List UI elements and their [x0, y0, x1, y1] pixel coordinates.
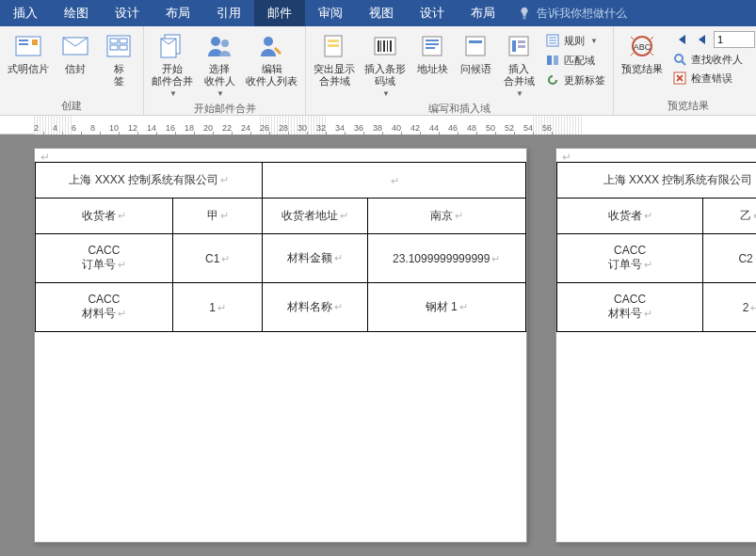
highlight-fields-button[interactable]: 突出显示 合并域: [310, 29, 359, 89]
insert-merge-field-button[interactable]: 插入 合并域▼: [498, 29, 539, 100]
rules-button[interactable]: 规则▼: [541, 31, 609, 50]
chevron-down-icon: ▼: [590, 37, 598, 45]
envelope-icon: [60, 31, 90, 61]
recipient-label-cell[interactable]: 收货者↵: [557, 199, 703, 234]
svg-rect-25: [426, 40, 439, 41]
address-value-cell[interactable]: 南京↵: [367, 199, 526, 234]
labels-label: 标 签: [114, 63, 124, 87]
start-merge-button[interactable]: 开始 邮件合并▼: [148, 29, 197, 100]
svg-rect-36: [554, 56, 558, 65]
start-merge-icon: [157, 31, 187, 61]
svg-rect-17: [328, 44, 339, 47]
material-name-label-cell[interactable]: 材料名称↵: [263, 283, 367, 332]
tab-layout[interactable]: 布局: [153, 0, 203, 26]
material-label-cell[interactable]: CACC 材料号↵: [557, 283, 703, 332]
insert-merge-field-icon: [504, 31, 534, 61]
tab-view[interactable]: 视图: [356, 0, 407, 26]
merge-table[interactable]: 上海 XXXX 控制系统有限公司↵ ↵ 收货者↵ 甲↵ 收货者地址↵ 南京↵ C…: [35, 162, 526, 332]
edit-recipients-button[interactable]: 编辑 收件人列表: [242, 29, 301, 89]
material-label-cell[interactable]: CACC 材料号↵: [36, 283, 173, 332]
svg-rect-22: [387, 40, 388, 52]
table-empty-cell[interactable]: ↵: [263, 163, 526, 199]
labels-button[interactable]: 标 签: [98, 29, 139, 89]
barcode-label: 插入条形 码域: [364, 63, 406, 87]
group-create-label: 创建: [4, 97, 139, 115]
order-label-cell[interactable]: CACC 订单号↵: [36, 234, 173, 283]
recipient-value-cell[interactable]: 乙↵: [703, 199, 756, 234]
chevron-down-icon: ▼: [516, 89, 523, 98]
preview-results-label: 预览结果: [621, 63, 663, 75]
select-recipients-button[interactable]: 选择 收件人▼: [199, 29, 240, 100]
svg-rect-31: [512, 40, 516, 52]
svg-rect-27: [426, 47, 435, 49]
tell-me-search[interactable]: 告诉我你想做什么: [508, 0, 756, 26]
select-recipients-icon: [204, 31, 234, 61]
match-fields-icon: [545, 53, 560, 68]
material-name-value-cell[interactable]: 钢材 1↵: [367, 283, 526, 332]
amount-value-cell[interactable]: 23.1099999999999↵: [367, 234, 526, 283]
postcard-icon: [13, 31, 43, 61]
ribbon: 式明信片 信封 标 签 创建 开始 邮件合并▼ 选择 收件人▼: [0, 26, 756, 116]
postcard-label: 式明信片: [8, 63, 49, 75]
tab-draw[interactable]: 绘图: [51, 0, 102, 26]
svg-rect-26: [426, 43, 439, 45]
document-page-1[interactable]: ↵ 上海 XXXX 控制系统有限公司↵ ↵ 收货者↵ 甲↵ 收货者地址↵ 南京↵…: [34, 148, 527, 543]
document-page-2[interactable]: ↵ 上海 XXXX 控制系统有限公司 收货者↵ 乙↵ CACC 订单号↵ C2↵…: [555, 148, 756, 543]
start-merge-label: 开始 邮件合并: [152, 63, 193, 87]
table-title-cell[interactable]: 上海 XXXX 控制系统有限公司: [557, 163, 757, 199]
order-value-cell[interactable]: C2↵: [703, 234, 756, 283]
paragraph-mark: ↵: [556, 149, 756, 162]
order-value-cell[interactable]: C1↵: [172, 234, 263, 283]
first-record-button[interactable]: [672, 31, 689, 48]
barcode-icon: [370, 31, 400, 61]
svg-rect-16: [328, 40, 339, 42]
chevron-down-icon: ▼: [217, 89, 224, 98]
match-fields-button[interactable]: 匹配域: [541, 51, 609, 70]
svg-rect-11: [161, 39, 176, 57]
recipient-label-cell[interactable]: 收货者↵: [36, 199, 173, 234]
find-recipient-button[interactable]: 查找收件人: [668, 50, 756, 69]
tab-insert[interactable]: 插入: [0, 0, 51, 26]
prev-record-button[interactable]: [693, 31, 710, 48]
tab-references[interactable]: 引用: [203, 0, 254, 26]
check-errors-button[interactable]: 检查错误: [668, 69, 756, 87]
address-label-cell[interactable]: 收货者地址↵: [263, 199, 367, 234]
recipient-value-cell[interactable]: 甲↵: [172, 199, 263, 234]
check-errors-label: 检查错误: [691, 71, 732, 86]
amount-label-cell[interactable]: 材料金额↵: [263, 234, 367, 283]
address-block-button[interactable]: 地址块: [411, 29, 453, 77]
record-number-input[interactable]: [714, 31, 755, 48]
check-errors-icon: [672, 71, 687, 86]
tab-design[interactable]: 设计: [102, 0, 153, 26]
order-label-cell[interactable]: CACC 订单号↵: [557, 234, 703, 283]
svg-rect-3: [32, 40, 38, 45]
labels-icon: [104, 31, 134, 61]
insert-merge-field-label: 插入 合并域: [504, 63, 535, 87]
envelope-button[interactable]: 信封: [55, 29, 96, 77]
barcode-button[interactable]: 插入条形 码域▼: [361, 29, 410, 100]
merge-table-2[interactable]: 上海 XXXX 控制系统有限公司 收货者↵ 乙↵ CACC 订单号↵ C2↵ C…: [556, 162, 756, 332]
lightbulb-icon: [518, 7, 531, 20]
edit-recipients-label: 编辑 收件人列表: [246, 63, 298, 87]
tab-design-2[interactable]: 设计: [407, 0, 458, 26]
find-recipient-icon: [672, 52, 687, 67]
greeting-line-button[interactable]: 问候语: [455, 29, 496, 77]
preview-results-button[interactable]: ABC 预览结果: [618, 29, 667, 77]
material-value-cell[interactable]: 1↵: [172, 283, 263, 332]
material-value-cell[interactable]: 2↵: [703, 283, 756, 332]
svg-rect-33: [518, 45, 525, 48]
ribbon-tabs: 插入 绘图 设计 布局 引用 邮件 审阅 视图 设计 布局 告诉我你想做什么: [0, 0, 756, 26]
preview-results-icon: ABC: [627, 31, 657, 61]
tab-layout-2[interactable]: 布局: [458, 0, 508, 26]
document-canvas[interactable]: ↵ 上海 XXXX 控制系统有限公司↵ ↵ 收货者↵ 甲↵ 收货者地址↵ 南京↵…: [0, 135, 756, 556]
highlight-fields-label: 突出显示 合并域: [314, 63, 355, 87]
update-labels-button[interactable]: 更新标签: [541, 71, 609, 89]
horizontal-ruler[interactable]: document.write(Array.from({length:28},(_…: [0, 116, 756, 135]
update-labels-label: 更新标签: [564, 73, 605, 87]
chevron-down-icon: ▼: [169, 89, 177, 98]
highlight-fields-icon: [319, 31, 349, 61]
table-title-cell[interactable]: 上海 XXXX 控制系统有限公司↵: [36, 163, 263, 199]
tab-review[interactable]: 审阅: [305, 0, 356, 26]
tab-mailings[interactable]: 邮件: [254, 0, 305, 26]
postcard-button[interactable]: 式明信片: [4, 29, 53, 77]
